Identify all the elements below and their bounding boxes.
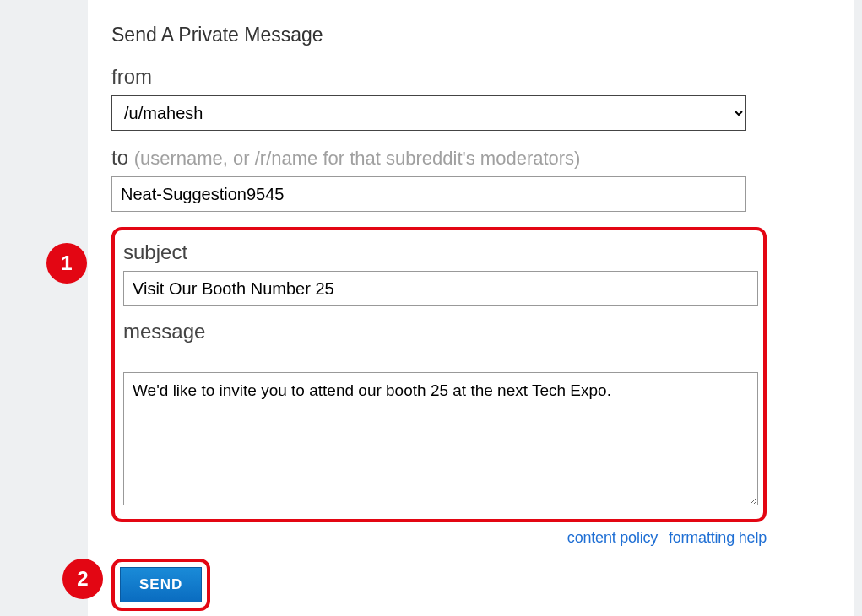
message-textarea[interactable]	[123, 372, 758, 505]
message-label: message	[123, 320, 755, 343]
page-title: Send A Private Message	[111, 24, 834, 46]
content-policy-link[interactable]: content policy	[567, 529, 658, 546]
subject-label: subject	[123, 240, 755, 264]
callout-1: 1	[46, 243, 87, 284]
from-label: from	[111, 65, 834, 89]
to-input[interactable]	[111, 176, 746, 212]
to-hint: (username, or /r/name for that subreddit…	[134, 148, 581, 169]
subject-group: subject	[123, 240, 755, 306]
to-label-text: to	[111, 146, 128, 169]
from-select[interactable]: /u/mahesh	[111, 95, 746, 131]
callout-2: 2	[62, 559, 103, 599]
send-button-outline: SEND	[111, 559, 210, 611]
subject-input[interactable]	[123, 271, 758, 306]
from-group: from /u/mahesh	[111, 65, 834, 131]
formatting-help-link[interactable]: formatting help	[669, 529, 767, 546]
to-label: to (username, or /r/name for that subred…	[111, 146, 834, 170]
send-button[interactable]: SEND	[120, 567, 202, 602]
to-group: to (username, or /r/name for that subred…	[111, 146, 834, 212]
links-row: content policy formatting help	[111, 529, 767, 547]
message-group: message	[123, 320, 755, 509]
subject-message-outline: subject message	[111, 227, 767, 522]
